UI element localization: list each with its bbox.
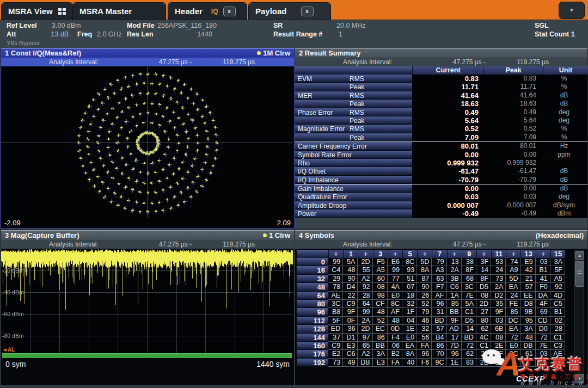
mod-file-value[interactable]: 256APSK_116_180	[157, 22, 217, 29]
symbol-cell: F7	[432, 283, 446, 291]
symbol-cell: 99	[388, 266, 402, 274]
symbol-cell: AD	[447, 325, 462, 333]
window-title-bar[interactable]: 2 Result Summary	[295, 48, 587, 58]
symbol-cell: 52	[417, 300, 432, 308]
result-current-value: 41.64	[412, 91, 479, 100]
analysis-interval-to: 119.275 µs	[497, 241, 549, 248]
symbol-cell: 60	[373, 275, 388, 283]
result-current-value: 5.64	[412, 116, 479, 125]
y-axis-label: -60 dBm	[2, 311, 24, 317]
ref-level-value[interactable]: 3.00 dBm	[52, 22, 81, 29]
result-row-label: I/Q Imbalance	[295, 176, 412, 184]
symbol-cell: D5	[462, 317, 476, 325]
close-icon[interactable]: x	[301, 7, 314, 16]
window-menu-button[interactable]: ▼	[559, 2, 585, 19]
symbols-col-header: +	[388, 250, 402, 258]
symbols-col-header: 11	[491, 250, 506, 258]
symbol-cell: 57	[520, 283, 535, 291]
window-title-bar[interactable]: 3 Mag(Capture Buffer) 1 Clrw	[1, 230, 294, 240]
symbol-cell: C9	[328, 342, 343, 350]
symbols-col-header: 5	[402, 250, 417, 258]
symbol-cell: CD	[536, 317, 550, 325]
tab-header[interactable]: Header IQ x	[168, 2, 247, 20]
symbols-row-offset: 80	[297, 300, 328, 308]
symbols-rows: 0995A2DF5E68C5D7913383F5374E5033A16C4485…	[297, 258, 565, 367]
symbols-row-offset: 176	[297, 350, 328, 358]
trace-color-dot	[257, 51, 261, 55]
sr-value[interactable]: 20.0 MHz	[336, 22, 366, 29]
symbol-cell: E2	[328, 350, 343, 358]
symbol-cell: 73	[491, 275, 506, 283]
result-current-value: 80.01	[412, 142, 479, 150]
symbol-cell: 5A	[343, 258, 358, 266]
symbol-cell: 64	[358, 300, 372, 308]
symbol-cell: A5	[550, 275, 565, 283]
analysis-interval-from: 47.275 µs -	[136, 241, 192, 248]
trace-badge[interactable]: 1 Clrw	[269, 231, 290, 239]
symbol-cell: C1	[476, 342, 491, 350]
symbols-row-offset: 192	[297, 359, 328, 367]
symbol-cell: 7E	[536, 342, 550, 350]
res-len-value[interactable]: 1440	[192, 30, 212, 38]
tab-msra-master[interactable]: MSRA Master	[72, 2, 166, 20]
result-peak-value: -70.79	[483, 176, 536, 184]
symbol-cell: 0C	[506, 350, 520, 358]
symbol-cell: 26	[417, 292, 432, 300]
result-metric-name: Phase Error	[298, 109, 333, 116]
symbol-cell: 08	[373, 283, 388, 291]
result-current-value: 0.000 007	[412, 201, 479, 210]
symbol-cell: 7D	[447, 342, 462, 350]
symbols-col-header: +	[447, 250, 462, 258]
tab-msra-view[interactable]: MSRA View	[1, 2, 73, 20]
symbol-cell: 95	[520, 317, 535, 325]
symbol-cell: D1	[343, 334, 358, 342]
symbol-cell	[550, 359, 565, 367]
table-row: 64AE222898E01826AF1A7E08D224EEDA4D	[297, 292, 565, 300]
symbol-cell: EA	[506, 283, 520, 291]
symbol-cell	[536, 359, 550, 367]
freq-value[interactable]: 2.0 GHz	[97, 30, 122, 38]
result-metric-name: Symbol Rate Error	[298, 151, 352, 159]
symbol-cell: 69	[536, 308, 550, 316]
symbols-col-header: +	[536, 250, 550, 258]
result-metric-name: MER	[298, 92, 313, 100]
table-row: 128ED362DEC0D1E3257AD14626BEA3AD028	[297, 325, 565, 333]
scrollbar-up-arrow[interactable]: ▲	[575, 251, 584, 260]
scrollbar-down-arrow[interactable]: ▼	[575, 374, 584, 383]
close-icon[interactable]: x	[223, 7, 236, 16]
window-title-bar[interactable]: 1 Const I/Q(Meas&Ref) 1M Clrw	[1, 48, 294, 58]
result-current-value: 0.00	[412, 151, 479, 159]
symbol-cell: 8A	[402, 350, 417, 358]
symbol-cell: 5D	[506, 275, 520, 283]
symbol-cell: 1E	[402, 325, 417, 333]
att-value[interactable]: 13 dB	[48, 30, 69, 38]
symbol-cell: 1A	[447, 292, 462, 300]
tab-label: Header	[175, 7, 203, 16]
scrollbar-thumb[interactable]	[575, 261, 584, 287]
symbol-cell: 63	[432, 275, 446, 283]
result-unit: dB	[543, 184, 585, 193]
symbol-cell: 3A	[373, 350, 388, 358]
x-axis-max: 2.09	[277, 219, 291, 227]
symbol-cell: 17	[447, 334, 462, 342]
symbols-col-header: 13	[520, 250, 535, 258]
symbol-cell: 22	[343, 292, 358, 300]
result-metric-name: I/Q Offset	[298, 168, 326, 175]
analysis-interval-label: Analysis Interval:	[343, 241, 393, 248]
result-metric-stat: RMS	[350, 92, 364, 100]
result-range-value[interactable]: 1	[339, 30, 342, 38]
result-unit: deg	[543, 108, 585, 116]
tab-payload[interactable]: Payload x	[248, 2, 331, 20]
symbol-cell: 14	[476, 266, 491, 274]
result-peak-value: 11.71	[483, 83, 536, 91]
symbol-cell: 06	[388, 342, 402, 350]
symbols-row-offset: 144	[297, 334, 328, 342]
symbol-cell: 6B	[491, 325, 506, 333]
symbol-cell: D2	[491, 292, 506, 300]
result-row-label: Peak	[295, 100, 412, 108]
scrollbar[interactable]: ▲ ▼	[574, 250, 584, 384]
symbol-cell: ED	[328, 325, 343, 333]
window-title-bar[interactable]: 4 Symbols (Hexadecimal)	[295, 230, 587, 240]
trace-badge[interactable]: 1M Clrw	[263, 49, 290, 57]
result-unit: dB	[543, 100, 585, 108]
